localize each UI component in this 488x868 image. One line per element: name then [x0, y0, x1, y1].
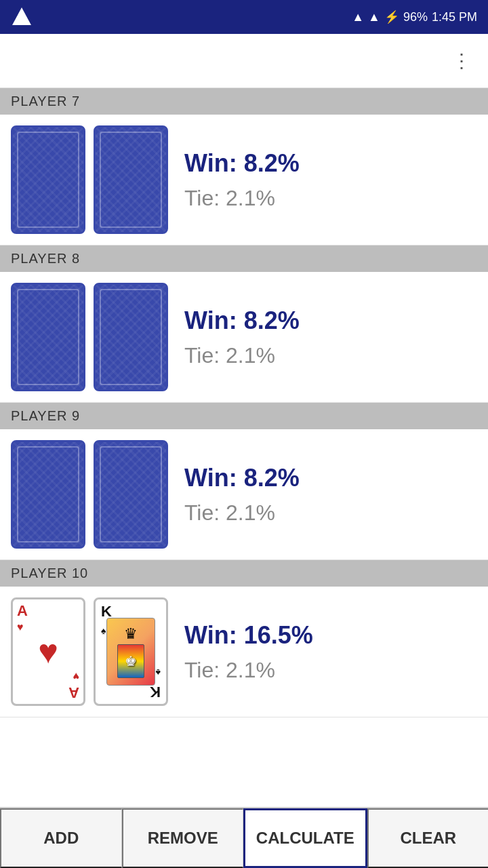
player-7-cards[interactable]: [11, 125, 168, 234]
player-8-tie: Tie: 2.1%: [184, 343, 477, 368]
battery-icon: ⚡: [384, 9, 399, 24]
player-10-win: Win: 16.5%: [184, 621, 477, 650]
player-10-stats: Win: 16.5% Tie: 2.1%: [184, 621, 477, 683]
player-10-tie: Tie: 2.1%: [184, 658, 477, 683]
player-9-stats: Win: 8.2% Tie: 2.1%: [184, 464, 477, 526]
player-10-card-ace-hearts[interactable]: A♥ ♥ A♥: [11, 597, 85, 706]
clear-button[interactable]: CLEAR: [367, 808, 489, 868]
battery-percent: 96%: [403, 10, 428, 24]
player-8-win: Win: 8.2%: [184, 307, 477, 335]
wifi-icon: ▲: [352, 10, 364, 24]
player-7-stats: Win: 8.2% Tie: 2.1%: [184, 149, 477, 211]
ace-rank-top: A♥: [17, 604, 79, 633]
player-10-row: A♥ ♥ A♥ K♠ ♛ ♚: [0, 587, 488, 717]
player-9-section: PLAYER 9 Win: 8.2% Tie: 2.1%: [0, 403, 488, 560]
player-10-section: PLAYER 10 A♥ ♥ A♥ K♠ ♛: [0, 560, 488, 717]
content-area: PLAYER 7 Win: 8.2% Tie: 2.1% PLAYER 8: [0, 88, 488, 807]
player-7-label: PLAYER 7: [0, 88, 488, 115]
player-10-cards[interactable]: A♥ ♥ A♥ K♠ ♛ ♚: [11, 597, 168, 706]
player-8-cards[interactable]: [11, 283, 168, 391]
ace-suit-center: ♥: [38, 635, 58, 669]
player-9-win: Win: 8.2%: [184, 464, 477, 492]
player-8-section: PLAYER 8 Win: 8.2% Tie: 2.1%: [0, 245, 488, 403]
player-7-row: Win: 8.2% Tie: 2.1%: [0, 115, 488, 245]
app-bar: ⋮: [0, 34, 488, 88]
add-button[interactable]: ADD: [0, 808, 122, 868]
player-7-card-2[interactable]: [94, 125, 168, 234]
player-10-label: PLAYER 10: [0, 560, 488, 587]
player-7-tie: Tie: 2.1%: [184, 186, 477, 211]
player-8-stats: Win: 8.2% Tie: 2.1%: [184, 307, 477, 368]
player-9-row: Win: 8.2% Tie: 2.1%: [0, 429, 488, 559]
king-rank-bottom: K♠: [150, 665, 161, 701]
player-9-card-2[interactable]: [94, 440, 168, 549]
calculate-button[interactable]: CALCULATE: [243, 808, 367, 868]
remove-button[interactable]: REMOVE: [122, 808, 244, 868]
king-body: ♛ ♚: [106, 618, 155, 686]
player-10-card-king-spades[interactable]: K♠ ♛ ♚ K♠: [94, 597, 168, 706]
player-9-cards[interactable]: [11, 440, 168, 549]
status-bar-left: [11, 6, 33, 28]
ace-rank-bottom: A♥: [68, 670, 79, 700]
player-8-label: PLAYER 8: [0, 245, 488, 272]
player-9-label: PLAYER 9: [0, 403, 488, 429]
bottom-bar: ADD REMOVE CALCULATE CLEAR: [0, 807, 488, 868]
status-bar: ▲ ▲ ⚡ 96% 1:45 PM: [0, 0, 488, 34]
player-7-section: PLAYER 7 Win: 8.2% Tie: 2.1%: [0, 88, 488, 245]
player-9-card-1[interactable]: [11, 440, 85, 549]
player-8-card-1[interactable]: [11, 283, 85, 391]
signal-icon: ▲: [368, 10, 380, 24]
app-logo-icon: [11, 6, 33, 28]
player-8-row: Win: 8.2% Tie: 2.1%: [0, 272, 488, 402]
player-9-tie: Tie: 2.1%: [184, 500, 477, 526]
player-8-card-2[interactable]: [94, 283, 168, 391]
player-7-win: Win: 8.2%: [184, 149, 477, 178]
player-7-card-1[interactable]: [11, 125, 85, 234]
time-display: 1:45 PM: [432, 10, 477, 24]
svg-marker-0: [12, 7, 31, 25]
status-bar-right: ▲ ▲ ⚡ 96% 1:45 PM: [352, 9, 477, 24]
more-options-icon[interactable]: ⋮: [452, 50, 472, 72]
